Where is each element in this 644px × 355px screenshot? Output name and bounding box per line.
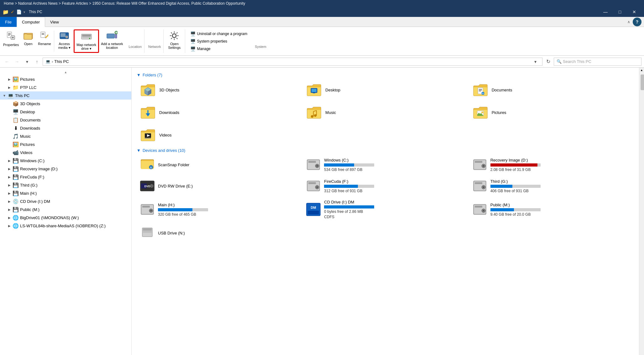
minimize-button[interactable]: —	[598, 7, 613, 17]
svg-rect-63	[149, 138, 149, 139]
svg-point-92	[483, 187, 484, 188]
tab-computer[interactable]: Computer	[17, 17, 45, 27]
titlebar-dropdown-icon[interactable]: ▾	[24, 10, 25, 14]
address-pc-icon: 💻	[45, 59, 50, 64]
address-path[interactable]: 💻 › This PC ▾	[43, 58, 542, 66]
sidebar-item-third-g[interactable]: ▶💾Third (G:)	[0, 181, 131, 189]
svg-line-32	[176, 38, 178, 39]
sidebar-item-downloads[interactable]: ⬇Downloads	[0, 124, 131, 132]
open-button[interactable]: Open	[21, 29, 36, 53]
folder-name-downloads: Downloads	[159, 110, 179, 115]
svg-rect-103	[475, 206, 482, 208]
properties-button[interactable]: Properties	[1, 29, 21, 53]
folder-item-downloads[interactable]: Downloads	[137, 102, 301, 123]
drive-bar-container	[324, 163, 374, 167]
drive-item-cd-drive-i[interactable]: DM CD Drive (I:) DM 0 bytes free of 2.86…	[303, 197, 468, 222]
folder-icon-music	[306, 104, 322, 121]
rename-button[interactable]: Rename	[36, 29, 53, 53]
svg-rect-60	[145, 138, 146, 139]
search-box[interactable]: 🔍 Search This PC	[554, 58, 641, 66]
sidebar-item-3d-objects[interactable]: 📦3D Objects	[0, 100, 131, 108]
folder-item-3d-objects[interactable]: 3D Objects	[137, 79, 301, 100]
sidebar-item-videos[interactable]: 📹Videos	[0, 148, 131, 157]
sidebar-item-firecuda-f[interactable]: ▶💾FireCuda (F:)	[0, 173, 131, 181]
svg-rect-90	[475, 182, 482, 184]
sidebar-scroll-up[interactable]: ▲	[0, 69, 131, 75]
folder-icon: 📋	[13, 117, 19, 123]
sidebar-item-bigdrive-w[interactable]: ▶🌐BigDrive01 (\\MONDONAS) (W:)	[0, 214, 131, 222]
titlebar-page-icon: 📄	[16, 9, 22, 14]
sidebar-item-recovery-d[interactable]: ▶💾Recovery Image (D:)	[0, 165, 131, 173]
back-button[interactable]: ←	[3, 57, 11, 66]
system-properties-button[interactable]: 🖥️ System properties	[189, 38, 249, 44]
drive-item-third-g[interactable]: Third (G:) 406 GB free of 931 GB	[469, 176, 634, 196]
ribbon-collapse-icon[interactable]: ∧	[627, 20, 630, 24]
maximize-button[interactable]: □	[613, 7, 627, 17]
folder-name-desktop: Desktop	[325, 88, 340, 92]
svg-point-26	[172, 34, 176, 38]
drive-icon-scansnap: S	[140, 157, 155, 172]
drive-name-dvd-e: DVD RW Drive (E:)	[158, 184, 193, 188]
folder-icon: 💾	[13, 166, 19, 172]
sidebar-item-label: BigDrive01 (\\MONDONAS) (W:)	[20, 215, 79, 220]
drive-item-public-m[interactable]: Public (M:) 9.40 GB free of 20.0 GB	[469, 197, 634, 222]
chevron-icon: ▶	[8, 86, 11, 89]
sidebar-item-public-m[interactable]: ▶💾Public (M:)	[0, 205, 131, 214]
add-network-location-button[interactable]: Add a networklocation	[99, 29, 125, 53]
sidebar-item-cd-drive-i[interactable]: ▶💿CD Drive (I:) DM	[0, 197, 131, 205]
svg-text:DM: DM	[311, 206, 316, 209]
drive-item-windows-c[interactable]: Windows (C:) 534 GB free of 897 GB	[303, 155, 468, 175]
folders-section-header[interactable]: ▼ Folders (7)	[137, 73, 634, 77]
address-text: This PC	[54, 59, 69, 64]
drive-item-recovery-d[interactable]: Recovery Image (D:) 2.08 GB free of 31.9…	[469, 155, 634, 175]
folder-item-pictures[interactable]: Pictures	[469, 102, 634, 123]
sidebar-item-pictures-top[interactable]: ▶🖼️Pictures	[0, 75, 131, 83]
scroll-thumb[interactable]	[641, 75, 644, 90]
tab-file[interactable]: File	[0, 17, 17, 27]
refresh-button[interactable]: ↻	[544, 57, 552, 66]
recent-locations-button[interactable]: ▾	[23, 57, 31, 66]
uninstall-button[interactable]: 🖥️ Uninstall or change a program	[189, 31, 249, 37]
folder-icon: 💿	[13, 198, 19, 204]
folder-icon-documents	[472, 82, 489, 98]
drive-item-main-h[interactable]: Main (H:) 320 GB free of 465 GB	[137, 197, 301, 222]
open-settings-button[interactable]: OpenSettings	[165, 29, 184, 53]
drive-item-usb-n[interactable]: USB Drive (N:)	[137, 223, 301, 243]
folder-item-videos[interactable]: Videos	[137, 124, 301, 146]
forward-button[interactable]: →	[13, 57, 21, 66]
folder-item-desktop[interactable]: Desktop	[303, 79, 468, 100]
drive-free-label: 9.40 GB free of 20.0 GB	[490, 212, 541, 217]
tab-view[interactable]: View	[45, 17, 64, 27]
chevron-icon: ▼	[3, 94, 6, 97]
svg-line-31	[171, 33, 172, 34]
folder-item-music[interactable]: Music	[303, 102, 468, 123]
sidebar-item-label: PTP LLC	[20, 85, 37, 90]
drive-item-scansnap[interactable]: S ScanSnap Folder	[137, 155, 301, 175]
drive-item-dvd-e[interactable]: DVD DVD RW Drive (E:)	[137, 176, 301, 196]
access-media-button[interactable]: Accessmedia ▾	[55, 29, 74, 53]
folder-name-documents: Documents	[492, 88, 512, 92]
content-area: ▼ Folders (7) 3D Objects Desktop	[132, 68, 639, 355]
scroll-up-arrow[interactable]: ▲	[639, 68, 644, 73]
sidebar-item-music[interactable]: 🎵Music	[0, 132, 131, 140]
sidebar-item-this-pc[interactable]: ▼💻This PC	[0, 91, 131, 100]
sidebar-item-windows-c[interactable]: ▶💾Windows (C:)	[0, 157, 131, 165]
up-button[interactable]: ↑	[33, 57, 41, 66]
sidebar-item-ls-wtgl84b[interactable]: ▶🌐LS-WTGL84b-share-MediaAS (\\OBRERO) (Z…	[0, 222, 131, 230]
folder-item-documents[interactable]: Documents	[469, 79, 634, 100]
sidebar-item-documents[interactable]: 📋Documents	[0, 116, 131, 124]
sidebar-item-ptp-llc[interactable]: ▶📁PTP LLC	[0, 83, 131, 91]
sidebar-item-desktop[interactable]: 🖥️Desktop	[0, 108, 131, 116]
drives-section-header[interactable]: ▼ Devices and drives (10)	[137, 148, 634, 153]
help-button[interactable]: ?	[633, 18, 641, 26]
sidebar-item-label: Videos	[20, 150, 33, 155]
open-settings-label: OpenSettings	[168, 42, 181, 49]
sidebar-item-pictures-sidebar[interactable]: 🖼️Pictures	[0, 140, 131, 148]
sidebar-item-main-h[interactable]: ▶💾Main (H:)	[0, 189, 131, 197]
address-dropdown-button[interactable]: ▾	[531, 57, 540, 66]
manage-button[interactable]: 🖥️ Manage	[189, 46, 249, 52]
map-network-drive-button[interactable]: Map networkdrive ▾	[74, 29, 99, 53]
svg-rect-62	[147, 138, 148, 139]
drive-item-firecuda-f[interactable]: FireCuda (F:) 312 GB free of 931 GB	[303, 176, 468, 196]
close-button[interactable]: ✕	[627, 7, 641, 17]
